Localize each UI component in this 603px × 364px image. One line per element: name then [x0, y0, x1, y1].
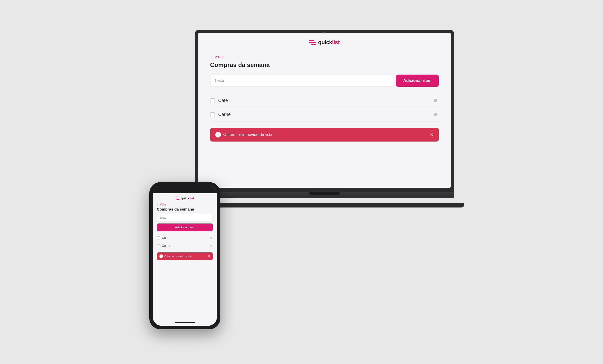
phone-toast-close[interactable]: ✕: [208, 254, 210, 258]
toast-alert-icon: !: [215, 132, 221, 137]
phone-notch: [153, 186, 217, 193]
app-content: ← Voltar Compras da semana Adicionar ite…: [198, 50, 451, 188]
phone-toast-icon: !: [159, 254, 163, 258]
phone-back-label: ← Voltar: [157, 203, 167, 206]
phone-checkbox-carne[interactable]: [157, 244, 160, 247]
laptop-camera: [323, 31, 325, 33]
phone-add-button[interactable]: Adicionar item: [157, 223, 213, 231]
back-label: ← Voltar: [210, 55, 224, 59]
phone-logo-icon: [175, 197, 180, 200]
list-item-carne: Carne 🗑: [210, 108, 439, 122]
phone-logo-line-3: [176, 199, 180, 200]
phone-page-title: Compras da semana: [157, 207, 213, 211]
delete-icon-carne[interactable]: 🗑: [433, 111, 439, 118]
add-input[interactable]: [210, 75, 393, 87]
phone-search-input[interactable]: [157, 214, 213, 221]
logo-line-3: [311, 44, 316, 45]
back-link[interactable]: ← Voltar: [210, 55, 439, 59]
phone-item-text-carne: Carne: [162, 244, 170, 248]
phone-toast-message: O item foi removido da lista: [165, 255, 192, 257]
laptop-footer-bar: [185, 203, 464, 207]
page-title: Compras da semana: [210, 61, 439, 68]
laptop-screen: quicklist ← Voltar Compras da semana Adi…: [198, 33, 451, 188]
phone-logo-line-1: [175, 197, 178, 197]
laptop-notch: [309, 192, 340, 195]
checkbox-cafe[interactable]: [210, 98, 215, 103]
laptop-outer: quicklist ← Voltar Compras da semana Adi…: [195, 30, 454, 192]
logo: quicklist: [309, 39, 340, 46]
phone-delete-carne[interactable]: 🗑: [210, 244, 213, 247]
add-row: Adicionar item: [210, 75, 439, 87]
phone-content: quicklist ← Voltar Compras da semana Adi…: [153, 193, 217, 321]
phone-list-item-carne: Carne 🗑: [157, 242, 213, 250]
phone-back-link[interactable]: ← Voltar: [157, 203, 213, 206]
phone-logo-line-2: [175, 198, 180, 199]
checkbox-carne[interactable]: [210, 112, 215, 117]
phone-list-item: Café 🗑: [157, 234, 213, 242]
phone-device: quicklist ← Voltar Compras da semana Adi…: [149, 182, 220, 329]
logo-line-2: [309, 42, 316, 43]
app-header: quicklist: [198, 33, 451, 50]
toast-close-button[interactable]: ✕: [430, 132, 434, 137]
laptop-base: [195, 192, 454, 198]
phone-delete-cafe[interactable]: 🗑: [210, 236, 213, 239]
item-text-cafe: Café: [218, 98, 228, 103]
logo-text: quicklist: [318, 39, 340, 46]
delete-icon-cafe[interactable]: 🗑: [433, 97, 439, 104]
phone-checkbox-cafe[interactable]: [157, 236, 160, 239]
toast: ! O item foi removido da lista ✕: [210, 128, 439, 142]
phone-item-text-cafe: Café: [162, 236, 168, 240]
logo-line-1: [309, 40, 314, 41]
phone-home-bar: [153, 321, 217, 326]
scene: quicklist ← Voltar Compras da semana Adi…: [149, 30, 454, 334]
phone-screen: quicklist ← Voltar Compras da semana Adi…: [153, 186, 217, 326]
phone-home-indicator: [175, 322, 195, 323]
toast-message: O item foi removido da lista: [223, 132, 273, 137]
item-text-carne: Carne: [218, 112, 231, 117]
phone-logo: quicklist: [157, 196, 213, 200]
laptop-device: quicklist ← Voltar Compras da semana Adi…: [195, 30, 454, 207]
list-item-cafe: Café 🗑: [210, 94, 439, 108]
add-button[interactable]: Adicionar item: [396, 75, 438, 87]
logo-icon: [309, 40, 316, 45]
phone-logo-text: quicklist: [181, 196, 194, 200]
phone-toast: ! O item foi removido da lista ✕: [157, 252, 213, 260]
